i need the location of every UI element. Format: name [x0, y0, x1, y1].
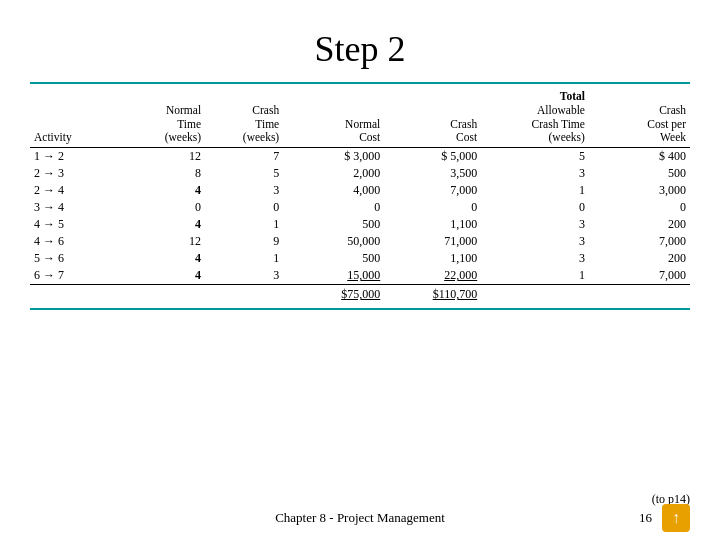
cell-crash-time: 7 — [205, 148, 283, 166]
cell-crash-time: 1 — [205, 216, 283, 233]
cell-crash-cost-week: 3,000 — [589, 182, 690, 199]
bottom-rule — [30, 308, 690, 310]
cell-activity: 3 → 4 — [30, 199, 124, 216]
cell-crash-cost: 1,100 — [384, 216, 481, 233]
cell-crash-cost-week: $ 400 — [589, 148, 690, 166]
cell-normal-cost: 0 — [283, 199, 384, 216]
total-total-crash — [481, 285, 589, 305]
table-row: 4 → 5 4 1 500 1,100 3 200 — [30, 216, 690, 233]
cell-normal-time: 4 — [124, 216, 205, 233]
cell-normal-cost: $ 3,000 — [283, 148, 384, 166]
cell-total-crash: 1 — [481, 267, 589, 285]
cell-activity: 1 → 2 — [30, 148, 124, 166]
chapter-label: Chapter 8 - Project Management — [30, 510, 690, 526]
total-crash-time — [205, 285, 283, 305]
cell-normal-cost: 15,000 — [283, 267, 384, 285]
cell-crash-cost: $ 5,000 — [384, 148, 481, 166]
cell-activity: 2 → 3 — [30, 165, 124, 182]
cell-normal-cost: 4,000 — [283, 182, 384, 199]
cell-crash-cost-week: 200 — [589, 216, 690, 233]
total-row: $75,000 $110,700 — [30, 285, 690, 305]
total-normal-time — [124, 285, 205, 305]
table-row: 2 → 4 4 3 4,000 7,000 1 3,000 — [30, 182, 690, 199]
cell-crash-cost: 22,000 — [384, 267, 481, 285]
table-row: 2 → 3 8 5 2,000 3,500 3 500 — [30, 165, 690, 182]
page-number: 16 — [639, 510, 652, 526]
cell-normal-cost: 50,000 — [283, 233, 384, 250]
total-crash-cost-week — [589, 285, 690, 305]
table-header-row: Activity NormalTime(weeks) CrashTime(wee… — [30, 88, 690, 148]
table-footer: $75,000 $110,700 — [30, 285, 690, 305]
top-rule — [30, 82, 690, 84]
cell-crash-cost: 0 — [384, 199, 481, 216]
cell-activity: 2 → 4 — [30, 182, 124, 199]
cell-normal-time: 12 — [124, 148, 205, 166]
header-crash-cost: CrashCost — [384, 88, 481, 148]
header-normal-cost: NormalCost — [283, 88, 384, 148]
header-normal-time: NormalTime(weeks) — [124, 88, 205, 148]
cell-normal-cost: 500 — [283, 216, 384, 233]
table-row: 1 → 2 12 7 $ 3,000 $ 5,000 5 $ 400 — [30, 148, 690, 166]
header-activity: Activity — [30, 88, 124, 148]
footer-area: (to p14) Chapter 8 - Project Management … — [0, 510, 720, 526]
total-label — [30, 285, 124, 305]
table-row: 4 → 6 12 9 50,000 71,000 3 7,000 — [30, 233, 690, 250]
cell-crash-cost-week: 200 — [589, 250, 690, 267]
cell-normal-time: 4 — [124, 182, 205, 199]
cell-normal-time: 4 — [124, 267, 205, 285]
cell-total-crash: 3 — [481, 250, 589, 267]
cell-crash-time: 9 — [205, 233, 283, 250]
cell-crash-cost-week: 0 — [589, 199, 690, 216]
table-container: Activity NormalTime(weeks) CrashTime(wee… — [30, 82, 690, 310]
cell-normal-time: 4 — [124, 250, 205, 267]
cell-crash-cost-week: 7,000 — [589, 267, 690, 285]
cell-total-crash: 3 — [481, 216, 589, 233]
cell-crash-cost: 3,500 — [384, 165, 481, 182]
header-total-crash-time: TotalAllowableCrash Time(weeks) — [481, 88, 589, 148]
cell-total-crash: 3 — [481, 165, 589, 182]
data-table: Activity NormalTime(weeks) CrashTime(wee… — [30, 88, 690, 304]
cell-crash-time: 5 — [205, 165, 283, 182]
table-row: 5 → 6 4 1 500 1,100 3 200 — [30, 250, 690, 267]
cell-crash-cost: 1,100 — [384, 250, 481, 267]
cell-crash-time: 1 — [205, 250, 283, 267]
cell-normal-time: 0 — [124, 199, 205, 216]
cell-total-crash: 5 — [481, 148, 589, 166]
cell-crash-cost: 71,000 — [384, 233, 481, 250]
header-crash-cost-week: CrashCost perWeek — [589, 88, 690, 148]
cell-normal-time: 8 — [124, 165, 205, 182]
cell-normal-cost: 500 — [283, 250, 384, 267]
cell-crash-time: 3 — [205, 182, 283, 199]
cell-total-crash: 1 — [481, 182, 589, 199]
nav-up-button[interactable]: ↑ — [662, 504, 690, 532]
header-crash-time: CrashTime(weeks) — [205, 88, 283, 148]
cell-activity: 4 → 6 — [30, 233, 124, 250]
cell-total-crash: 3 — [481, 233, 589, 250]
cell-normal-cost: 2,000 — [283, 165, 384, 182]
table-row: 3 → 4 0 0 0 0 0 0 — [30, 199, 690, 216]
cell-activity: 4 → 5 — [30, 216, 124, 233]
page-title: Step 2 — [0, 28, 720, 70]
cell-crash-cost-week: 7,000 — [589, 233, 690, 250]
cell-total-crash: 0 — [481, 199, 589, 216]
table-row: 6 → 7 4 3 15,000 22,000 1 7,000 — [30, 267, 690, 285]
cell-activity: 6 → 7 — [30, 267, 124, 285]
cell-crash-cost: 7,000 — [384, 182, 481, 199]
total-crash-cost: $110,700 — [384, 285, 481, 305]
cell-crash-time: 0 — [205, 199, 283, 216]
cell-crash-time: 3 — [205, 267, 283, 285]
cell-normal-time: 12 — [124, 233, 205, 250]
total-normal-cost: $75,000 — [283, 285, 384, 305]
cell-activity: 5 → 6 — [30, 250, 124, 267]
cell-crash-cost-week: 500 — [589, 165, 690, 182]
table-body: 1 → 2 12 7 $ 3,000 $ 5,000 5 $ 400 2 → 3… — [30, 148, 690, 285]
